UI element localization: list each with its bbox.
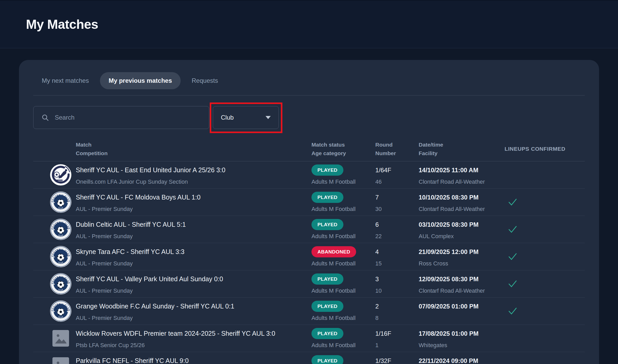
round-value: 1/64F (375, 167, 391, 174)
tab-my-next-matches[interactable]: My next matches (33, 72, 97, 89)
round-value: 6 (375, 221, 379, 228)
lineups-confirmed-check-icon (508, 253, 517, 260)
club-filter-dropdown[interactable]: Club (213, 106, 279, 129)
col-header-competition: Competition (76, 149, 311, 157)
round-number: 8 (375, 315, 378, 321)
table-row[interactable]: Parkvilla FC NEFL - Sheriff YC AUL 9:0 P… (33, 352, 585, 364)
football-club-crest-logo (50, 300, 71, 322)
age-category: Adults M Football (311, 287, 356, 294)
match-title: Sheriff YC AUL - Valley Park United Aul … (76, 275, 223, 283)
football-club-crest-logo (50, 273, 71, 294)
status-badge: PLAYED (311, 328, 343, 339)
col-header-lineups-confirmed: LINEUPS CONFIRMED (505, 140, 585, 157)
image-placeholder-icon (50, 355, 71, 364)
table-row[interactable]: Grange Woodbine F.C Aul Sunday - Sheriff… (33, 298, 585, 325)
col-header-facility: Facility (419, 149, 505, 157)
round-value: 3 (375, 276, 379, 283)
table-row[interactable]: Sheriff YC AUL - East End United Junior … (33, 161, 585, 189)
club-filter-wrap: Club (213, 106, 279, 129)
table-row[interactable]: Wicklow Rovers WDFL Premier team 2024-20… (33, 325, 585, 352)
status-badge: PLAYED (311, 273, 343, 285)
facility-name: Ross Cross (419, 260, 448, 267)
round-value: 7 (375, 194, 379, 201)
round-number: 22 (375, 233, 382, 240)
status-badge: PLAYED (311, 219, 343, 230)
matches-tabs: My next matches My previous matches Requ… (33, 72, 585, 89)
page-title: My Matches (26, 17, 98, 32)
competition-name: AUL - Premier Sunday (76, 315, 133, 321)
keeper-crest-logo (50, 164, 71, 186)
search-box[interactable] (33, 106, 209, 129)
match-title: Sheriff YC AUL - East End United Junior … (76, 166, 225, 174)
competition-name: AUL - Premier Sunday (76, 287, 133, 294)
match-title: Sheriff YC AUL - FC Moldova Boys AUL 1:0 (76, 194, 201, 201)
tab-requests[interactable]: Requests (183, 72, 227, 89)
match-title: Parkvilla FC NEFL - Sheriff YC AUL 9:0 (76, 357, 189, 364)
lineups-confirmed-check-icon (508, 198, 517, 206)
col-header-number: Number (375, 149, 419, 157)
match-datetime: 03/10/2025 08:30 PM (419, 221, 479, 228)
match-datetime: 10/10/2025 08:30 PM (419, 194, 479, 201)
match-datetime: 21/09/2025 12:00 PM (419, 248, 479, 256)
facility-name: Whitegates (419, 342, 447, 349)
table-header-row: Match Competition Match status Age categ… (33, 129, 585, 161)
competition-name: AUL - Premier Sunday (76, 260, 133, 267)
age-category: Adults M Football (311, 178, 356, 185)
lineups-confirmed-check-icon (508, 225, 517, 233)
age-category: Adults M Football (311, 342, 356, 349)
matches-card: My next matches My previous matches Requ… (19, 60, 599, 364)
table-row[interactable]: Dublin Celtic AUL - Sheriff YC AUL 5:1 A… (33, 216, 585, 243)
match-title: Skryne Tara AFC - Sheriff YC AUL 3:3 (76, 248, 185, 256)
competition-name: AUL - Premier Sunday (76, 233, 133, 240)
lineups-confirmed-check-icon (508, 307, 517, 315)
page-header: My Matches (0, 0, 618, 48)
age-category: Adults M Football (311, 260, 356, 267)
table-row[interactable]: Sheriff YC AUL - FC Moldova Boys AUL 1:0… (33, 189, 585, 216)
round-value: 2 (375, 303, 379, 310)
chevron-down-icon (266, 116, 271, 119)
col-header-round: Round (375, 140, 419, 149)
facility-name: Clontarf Road All-Weather (419, 287, 485, 294)
col-header-match: Match (76, 140, 311, 149)
age-category: Adults M Football (311, 206, 356, 212)
match-datetime: 22/11/2024 09:00 PM (419, 357, 478, 364)
round-value: 4 (375, 248, 379, 256)
search-icon (41, 114, 49, 121)
football-club-crest-logo (50, 246, 71, 267)
lineups-confirmed-check-icon (508, 280, 517, 288)
match-datetime: 12/09/2025 08:30 PM (419, 276, 479, 283)
status-badge: PLAYED (311, 164, 343, 176)
match-title: Wicklow Rovers WDFL Premier team 2024-20… (76, 330, 275, 337)
round-number: 10 (375, 287, 382, 294)
facility-name: Clontarf Road All-Weather (419, 178, 485, 185)
facility-name: Clontarf Road All-Weather (419, 206, 485, 212)
age-category: Adults M Football (311, 315, 356, 321)
round-number: 15 (375, 260, 382, 267)
competition-name: Ptsb LFA Senior Cup 25/26 (76, 342, 145, 349)
table-row[interactable]: Skryne Tara AFC - Sheriff YC AUL 3:3 AUL… (33, 243, 585, 270)
match-datetime: 17/08/2025 01:00 PM (419, 330, 479, 337)
tab-my-previous-matches[interactable]: My previous matches (100, 72, 180, 89)
col-header-age-category: Age category (311, 149, 375, 157)
match-title: Dublin Celtic AUL - Sheriff YC AUL 5:1 (76, 221, 186, 228)
competition-name: AUL - Premier Sunday (76, 206, 133, 212)
table-row[interactable]: Sheriff YC AUL - Valley Park United Aul … (33, 270, 585, 298)
age-category: Adults M Football (311, 233, 356, 240)
match-datetime: 14/10/2025 11:00 AM (419, 167, 478, 174)
football-club-crest-logo (50, 219, 71, 240)
status-badge: PLAYED (311, 301, 343, 312)
filters-bar: Club (33, 106, 585, 129)
col-header-datetime: Date/time (419, 140, 505, 149)
search-input[interactable] (55, 114, 201, 121)
match-title: Grange Woodbine F.C Aul Sunday - Sheriff… (76, 303, 234, 310)
match-datetime: 07/09/2025 01:00 PM (419, 303, 479, 310)
competition-name: Oneills.com LFA Junior Cup Sunday Sectio… (76, 178, 188, 185)
status-badge: ABANDONED (311, 246, 356, 257)
col-header-match-status: Match status (311, 140, 375, 149)
tabs-divider (33, 95, 585, 95)
status-badge: PLAYED (311, 192, 343, 203)
round-number: 46 (375, 178, 382, 185)
club-filter-label: Club (221, 114, 234, 121)
status-badge: PLAYED (311, 355, 343, 364)
round-number: 1 (375, 342, 378, 349)
